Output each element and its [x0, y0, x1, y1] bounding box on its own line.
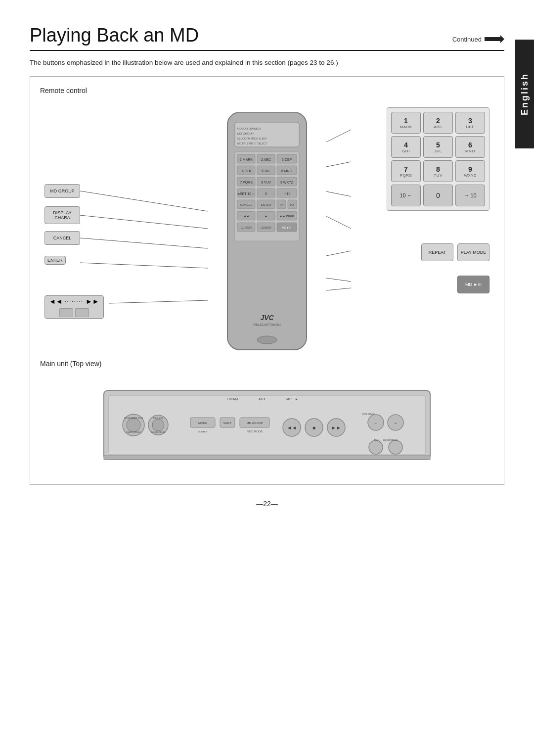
svg-text:2 ABC: 2 ABC	[261, 158, 271, 161]
svg-text:JVC: JVC	[260, 314, 274, 322]
enter-button[interactable]: ENTER	[44, 256, 66, 265]
svg-line-3	[80, 263, 208, 268]
svg-text:CURSOR: CURSOR	[261, 226, 271, 229]
svg-line-11	[326, 288, 351, 290]
repeat-button[interactable]: REPEAT	[421, 243, 453, 261]
svg-line-9	[326, 251, 351, 256]
svg-point-73	[152, 419, 164, 431]
svg-text:STANDBY/ON: STANDBY/ON	[124, 417, 143, 420]
svg-text:SHIFT: SHIFT	[223, 422, 232, 425]
key-4-ghi[interactable]: 4 GHI	[391, 136, 421, 158]
key-10-minus[interactable]: 10←	[391, 185, 421, 206]
svg-text:9 WXYZ: 9 WXYZ	[280, 181, 294, 184]
skip-prev-icon: ◄◄	[49, 297, 63, 305]
svg-text:AUX: AUX	[259, 397, 266, 401]
svg-text:TAPE ►: TAPE ►	[285, 397, 299, 401]
key-5-jkl[interactable]: 5 JKL	[423, 136, 453, 158]
svg-point-99	[389, 440, 402, 454]
arrow-right-icon	[485, 35, 504, 43]
main-unit-section: Main unit (Top view) STANDBY/ON open/clo…	[40, 360, 494, 474]
svg-text:open/close: open/close	[126, 430, 141, 433]
skip-next-small-button[interactable]	[75, 308, 89, 317]
key-2-abc[interactable]: 2 ABC	[423, 112, 453, 134]
continued-label: Continued	[452, 35, 504, 43]
content-box: Remote control MD GROUP DISPLAY CHARA CA…	[30, 76, 504, 485]
page-number: —22—	[30, 500, 504, 508]
svg-text:3 DEF: 3 DEF	[282, 158, 292, 161]
key-6-mno[interactable]: 6 MNO	[455, 136, 485, 158]
svg-text:VOLUME: VOLUME	[362, 413, 374, 416]
display-chara-button[interactable]: DISPLAY CHARA	[44, 206, 80, 224]
key-3-def[interactable]: 3 DEF	[455, 112, 485, 134]
svg-text:MD GROUP: MD GROUP	[237, 132, 254, 135]
svg-text:CANCEL: CANCEL	[240, 203, 253, 206]
svg-text:COLOR DIMMER: COLOR DIMMER	[237, 127, 261, 130]
skip-prev-small-button[interactable]	[59, 308, 73, 317]
svg-text:1 MARK: 1 MARK	[240, 158, 253, 161]
svg-line-7	[326, 191, 351, 196]
md-play-button[interactable]: MD ►/II	[457, 276, 490, 293]
svg-point-69	[127, 418, 140, 432]
svg-text:7 PQRS: 7 PQRS	[240, 181, 253, 185]
remote-section-label: Remote control	[40, 87, 494, 94]
svg-text:open/close: open/close	[151, 430, 166, 433]
svg-text:PLY: PLY	[290, 203, 295, 206]
svg-line-2	[80, 238, 208, 248]
svg-text:◄◄: ◄◄	[243, 215, 249, 218]
svg-point-65	[257, 336, 277, 344]
svg-line-10	[326, 278, 351, 282]
svg-text:●SET 10←: ●SET 10←	[238, 192, 255, 195]
svg-text:−: −	[375, 421, 377, 425]
svg-line-8	[326, 216, 351, 229]
main-unit-illustration: STANDBY/ON open/close COLOR open/close F…	[40, 376, 494, 474]
svg-point-98	[369, 440, 383, 454]
svg-line-4	[109, 300, 208, 303]
svg-text:MD GROUP: MD GROUP	[247, 422, 263, 425]
svg-text:RPT: RPT	[280, 203, 285, 206]
side-tab-label: English	[520, 73, 530, 115]
description-text: The buttons emphasized in the illustrati…	[30, 59, 504, 66]
svg-text:MD TITLE INPUT SELECT: MD TITLE INPUT SELECT	[237, 142, 267, 145]
remote-illustration-area: MD GROUP DISPLAY CHARA CANCEL ENTER ◄◄ ·…	[44, 102, 490, 350]
main-unit-label: Main unit (Top view)	[40, 360, 494, 368]
keypad-callout: 1 MARK 2 ABC 3 DEF 4 GHI	[387, 107, 490, 211]
svg-text:MD ►/II: MD ►/II	[282, 226, 291, 229]
svg-text:CLOCK FM MODE SLEEP: CLOCK FM MODE SLEEP	[237, 137, 267, 140]
svg-text:►►: ►►	[331, 425, 341, 430]
keypad-grid: 1 MARK 2 ABC 3 DEF 4 GHI	[387, 107, 490, 211]
skip-next-icon: ►►	[86, 297, 99, 305]
svg-text:REC MODE: REC MODE	[247, 430, 263, 433]
key-7-pqrs[interactable]: 7 PQRS	[391, 160, 421, 182]
remote-body-svg: 1 MARK 2 ABC 3 DEF 4 GHI 5 JKL 6 MNO 7 P…	[218, 112, 316, 355]
cancel-button[interactable]: CANCEL	[44, 231, 80, 245]
svg-text:5 JKL: 5 JKL	[262, 169, 270, 173]
key-0[interactable]: 0	[423, 185, 453, 206]
md-group-button[interactable]: MD GROUP	[44, 184, 80, 198]
svg-text:CURSOR: CURSOR	[241, 226, 252, 229]
svg-line-0	[80, 191, 208, 211]
side-tab: English	[515, 40, 534, 148]
page-title-block: Playing Back an MD Continued	[30, 25, 504, 51]
svg-text:RM-SUXF70MDU: RM-SUXF70MDU	[253, 323, 281, 327]
key-9-wxyz[interactable]: 9 WXYZ	[455, 160, 485, 182]
key-10-plus[interactable]: →10	[455, 185, 485, 206]
svg-text:COLOR: COLOR	[153, 417, 164, 420]
play-mode-button[interactable]: PLAY MODE	[457, 243, 490, 261]
svg-text:+: +	[395, 421, 397, 425]
key-8-tuv[interactable]: 8 TUV	[423, 160, 453, 182]
svg-text:6 MNO: 6 MNO	[281, 169, 293, 173]
svg-rect-101	[104, 456, 430, 460]
svg-text:◄◄: ◄◄	[287, 425, 297, 430]
skip-top-row: ◄◄ ········ ►►	[45, 296, 103, 307]
svg-text:0: 0	[265, 192, 267, 195]
remote-body: 1 MARK 2 ABC 3 DEF 4 GHI 5 JKL 6 MNO 7 P…	[218, 112, 316, 357]
page-title: Playing Back an MD	[30, 25, 199, 46]
repeat-playmode-callout: REPEAT PLAY MODE	[421, 243, 490, 261]
svg-text:►► BEEP: ►► BEEP	[279, 215, 294, 218]
svg-text:4 GHI: 4 GHI	[242, 169, 251, 173]
key-1-mark[interactable]: 1 MARK	[391, 112, 421, 134]
svg-text:8 TUV: 8 TUV	[261, 181, 271, 184]
svg-line-6	[326, 162, 351, 167]
md-play-callout: MD ►/II	[457, 276, 490, 293]
svg-line-5	[326, 130, 351, 142]
